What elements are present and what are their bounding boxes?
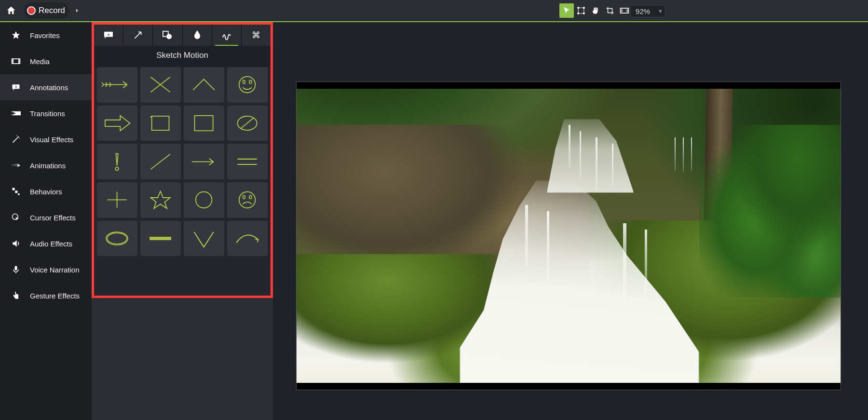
edit-points-icon <box>576 6 586 15</box>
star-icon <box>11 30 21 41</box>
annotations-tab-callouts[interactable]: a <box>94 25 123 46</box>
svg-point-10 <box>16 135 17 136</box>
zoom-fit-tool-button[interactable] <box>617 3 632 18</box>
preview-frame[interactable] <box>296 81 841 390</box>
svg-rect-12 <box>13 188 15 190</box>
sketch-checkmark[interactable] <box>184 221 224 257</box>
cursor-effects-icon <box>11 212 21 223</box>
sidebar-label: Audio Effects <box>30 240 72 248</box>
crop-tool-button[interactable] <box>603 3 617 18</box>
preview-content-image <box>297 82 841 390</box>
sketch-ellipse-ring[interactable] <box>97 221 137 257</box>
sidebar-item-annotations[interactable]: a Annotations <box>0 74 92 100</box>
sketch-motion-grid <box>94 67 271 256</box>
svg-point-32 <box>108 233 127 244</box>
svg-rect-4 <box>621 8 629 13</box>
chevron-right-icon <box>74 8 80 14</box>
callout-icon: a <box>11 82 21 93</box>
sidebar-label: Visual Effects <box>30 135 73 144</box>
record-label: Record <box>39 6 65 15</box>
svg-point-31 <box>107 232 128 245</box>
arrow-tab-icon <box>133 30 143 40</box>
sidebar-item-gesture-effects[interactable]: Gesture Effects <box>0 283 92 309</box>
filmstrip-icon <box>11 56 21 67</box>
fit-icon <box>620 6 629 15</box>
svg-point-28 <box>239 192 256 208</box>
wand-icon <box>11 134 21 145</box>
sidebar-label: Voice Narration <box>30 266 80 274</box>
animation-arrow-icon <box>11 160 21 171</box>
annotations-tab-shapes[interactable] <box>153 25 182 46</box>
svg-text:a: a <box>15 85 17 88</box>
sidebar-item-audio-effects[interactable]: Audio Effects <box>0 230 92 257</box>
sketch-smile-face[interactable] <box>227 67 268 103</box>
sidebar-item-animations[interactable]: Animations <box>0 152 92 178</box>
sidebar-item-cursor-effects[interactable]: Cursor Effects <box>0 204 92 230</box>
gesture-icon <box>11 290 21 301</box>
sidebar-item-media[interactable]: Media <box>0 48 92 74</box>
behaviors-icon <box>11 186 21 197</box>
sidebar-item-transitions[interactable]: Transitions <box>0 100 92 126</box>
sidebar-label: Transitions <box>30 109 65 118</box>
svg-point-26 <box>116 167 119 170</box>
sketch-leaf[interactable] <box>227 106 268 141</box>
sketch-square-open[interactable] <box>140 106 181 141</box>
annotations-panel-title: Sketch Motion <box>94 46 271 67</box>
annotations-tab-arrows[interactable] <box>123 25 153 46</box>
sidebar-item-favorites[interactable]: Favorites <box>0 22 92 48</box>
cursor-icon <box>562 6 571 15</box>
transition-icon <box>11 108 21 119</box>
svg-rect-14 <box>18 193 19 195</box>
annotations-tab-keystrokes[interactable]: ⌘ <box>242 25 271 46</box>
svg-point-21 <box>239 77 256 93</box>
sketch-arrow-feathered[interactable] <box>97 67 137 103</box>
svg-point-23 <box>249 81 252 84</box>
sidebar-label: Cursor Effects <box>30 214 76 222</box>
sketch-curve-arc[interactable] <box>227 221 268 257</box>
svg-rect-13 <box>15 190 17 193</box>
sketch-star[interactable] <box>140 182 181 218</box>
sketch-x-cross[interactable] <box>140 67 181 103</box>
record-button[interactable]: Record <box>24 2 69 19</box>
sketch-block-arrow[interactable] <box>97 106 137 141</box>
edit-points-tool-button[interactable] <box>574 3 588 18</box>
svg-point-30 <box>249 196 252 199</box>
panel-below-area <box>92 298 273 420</box>
sidebar-item-voice-narration[interactable]: Voice Narration <box>0 257 92 283</box>
left-sidebar: Favorites Media a Annotations Transition… <box>0 22 92 420</box>
sketch-caret-up[interactable] <box>184 67 224 103</box>
sketch-frown-face[interactable] <box>227 182 268 218</box>
sidebar-item-behaviors[interactable]: Behaviors <box>0 178 92 204</box>
svg-point-20 <box>167 34 172 39</box>
select-tool-button[interactable] <box>559 3 574 18</box>
sketch-exclamation[interactable] <box>97 144 137 179</box>
sidebar-label: Behaviors <box>30 188 62 196</box>
sidebar-label: Media <box>30 57 50 66</box>
sketch-plus[interactable] <box>97 182 137 218</box>
record-indicator-icon <box>27 6 36 15</box>
pan-tool-button[interactable] <box>588 3 603 18</box>
sketch-square-solid[interactable] <box>184 106 224 141</box>
sketch-highlight-stroke[interactable] <box>140 221 181 257</box>
sidebar-label: Gesture Effects <box>30 292 80 300</box>
sidebar-label: Annotations <box>30 83 68 92</box>
svg-point-11 <box>19 138 20 139</box>
record-dropdown-button[interactable] <box>70 2 84 19</box>
zoom-level-select[interactable]: 92% ▼ <box>630 5 665 17</box>
canvas-area <box>273 22 868 420</box>
svg-rect-24 <box>195 116 213 131</box>
annotations-tab-blur[interactable] <box>183 25 212 46</box>
svg-point-22 <box>243 81 245 84</box>
annotations-tab-row: a ⌘ <box>94 25 271 46</box>
sketch-thin-arrow-right[interactable] <box>184 144 224 179</box>
sketch-diagonal-line[interactable] <box>140 144 181 179</box>
sidebar-item-visual-effects[interactable]: Visual Effects <box>0 126 92 152</box>
sketch-circle[interactable] <box>184 182 224 218</box>
annotations-tab-sketch-motion[interactable] <box>212 25 242 46</box>
home-button[interactable] <box>3 2 19 19</box>
sidebar-label: Favorites <box>30 31 60 40</box>
sketch-equals[interactable] <box>227 144 268 179</box>
svg-point-27 <box>196 192 212 208</box>
callout-tab-icon: a <box>103 31 114 40</box>
svg-point-29 <box>243 196 245 199</box>
